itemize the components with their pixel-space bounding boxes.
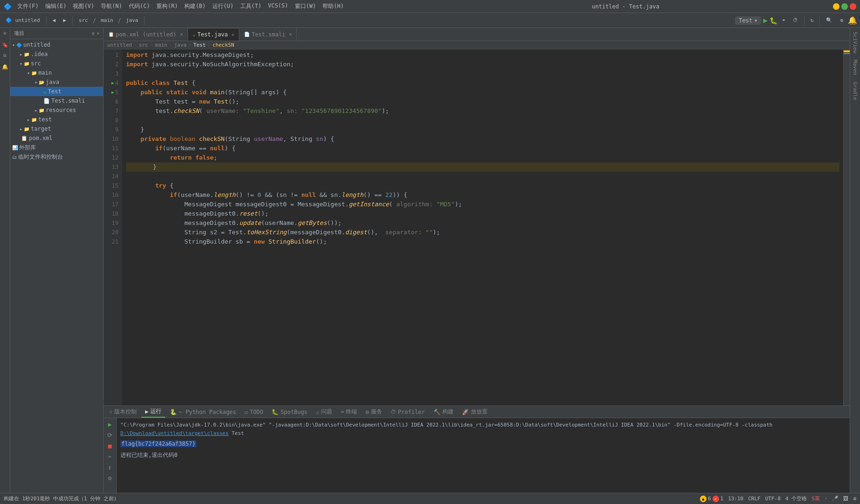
coverage-button[interactable]: ☂: [779, 16, 788, 24]
menu-code[interactable]: 代码(C): [126, 1, 153, 11]
line-col-indicator[interactable]: 13:10: [728, 496, 743, 502]
project-widget[interactable]: 🔷 untitled: [3, 16, 43, 24]
tree-item-resources[interactable]: ▸ 📁 resources: [10, 105, 103, 115]
breadcrumb-untitled[interactable]: untitled: [107, 42, 132, 48]
structure-btn[interactable]: ⊞: [1, 52, 9, 59]
breadcrumb-test[interactable]: Test: [193, 42, 206, 48]
sogou-input-icon[interactable]: S英: [811, 495, 820, 502]
tab-test-java[interactable]: ☕ Test.java ×: [188, 28, 239, 41]
project-panel: 项目 ⚙ × ▾ 🔷 untitled ▸ 📁 .idea ▾: [10, 28, 104, 493]
menu-bar[interactable]: 文件(F) 编辑(E) 视图(V) 导航(N) 代码(C) 重构(R) 构建(B…: [14, 1, 347, 11]
search-everywhere[interactable]: 🔍: [823, 16, 835, 24]
menu-file[interactable]: 文件(F): [14, 1, 42, 11]
tab-deploy[interactable]: 🚀 放放置: [458, 406, 491, 418]
menu-nav[interactable]: 导航(N): [98, 1, 125, 11]
screenshot-icon[interactable]: 🖼: [843, 496, 848, 502]
tab-smali-close[interactable]: ×: [289, 32, 292, 37]
tree-item-java-folder[interactable]: ▾ 📂 java: [10, 77, 103, 87]
breadcrumb-java[interactable]: java: [123, 16, 141, 24]
line-ending-indicator[interactable]: CRLF: [748, 496, 761, 502]
breadcrumb-src[interactable]: src: [76, 16, 91, 24]
run-close-btn[interactable]: ✂: [107, 452, 113, 461]
debug-button[interactable]: 🐛: [769, 17, 777, 24]
minimize-button[interactable]: —: [833, 3, 839, 10]
bookmark-btn[interactable]: 🔖: [1, 40, 9, 49]
breadcrumb-main[interactable]: main: [98, 16, 116, 24]
tree-item-target[interactable]: ▸ 📁 target: [10, 124, 103, 133]
panel-close-icon[interactable]: ×: [97, 31, 99, 36]
run-rerun-btn[interactable]: ⟳: [106, 431, 113, 440]
nav-back[interactable]: ◀: [50, 16, 59, 24]
tree-item-pom[interactable]: 📋 pom.xml: [10, 133, 103, 143]
menu-vcs[interactable]: VCS(S): [265, 1, 291, 11]
warnings-indicator[interactable]: ▲ 6 ✓ 1: [700, 496, 723, 502]
tab-python-packages[interactable]: 🐍 ~ Python Packages: [166, 406, 240, 418]
gradle-btn[interactable]: Gradle: [851, 80, 859, 102]
tab-pom-xml[interactable]: 📋 pom.xml (untitled) ×: [104, 28, 188, 41]
breadcrumb-main2[interactable]: main: [155, 42, 168, 48]
menu-edit[interactable]: 编辑(E): [42, 1, 70, 11]
run-scroll-btn[interactable]: ↕: [107, 463, 113, 472]
tree-item-main[interactable]: ▾ 📁 main: [10, 68, 103, 77]
tab-test-smali[interactable]: 📄 Test.smali ×: [239, 28, 297, 41]
indent-indicator[interactable]: 4 个空格: [785, 495, 807, 502]
nav-forward[interactable]: ▶: [60, 16, 69, 24]
tree-item-test-folder[interactable]: ▸ 📁 test: [10, 115, 103, 124]
update-button[interactable]: ↻: [808, 16, 817, 24]
microphone-icon[interactable]: 🎤: [832, 496, 839, 502]
menu-tools[interactable]: 工具(T): [238, 1, 265, 11]
menu-window[interactable]: 窗口(W): [292, 1, 319, 11]
window-controls[interactable]: — □ ×: [833, 3, 856, 10]
tree-item-test-smali[interactable]: 📄 Test.smali: [10, 96, 103, 105]
settings-icon-status[interactable]: ⚙: [853, 496, 856, 502]
sciview-btn[interactable]: SciView: [851, 30, 859, 55]
menu-run[interactable]: 运行(U): [210, 1, 237, 11]
tab-run[interactable]: ▶ 运行: [141, 406, 165, 418]
project-view-btn[interactable]: ≡: [1, 30, 9, 37]
breadcrumb-java2[interactable]: java: [174, 42, 187, 48]
notification-icon[interactable]: 🔔: [848, 16, 857, 25]
tab-terminal[interactable]: ⌨ 终端: [337, 406, 361, 418]
tab-todo[interactable]: ☑ TODO: [241, 406, 267, 418]
tree-item-idea[interactable]: ▸ 📁 .idea: [10, 49, 103, 59]
run-restart-btn[interactable]: ▶: [107, 420, 113, 429]
menu-refactor[interactable]: 重构(R): [154, 1, 181, 11]
tree-item-external-libs[interactable]: 📊 外部库: [10, 143, 103, 152]
tab-build[interactable]: 🔨 构建: [430, 406, 457, 418]
java-file-icon: ☕: [43, 89, 47, 95]
settings-button[interactable]: ⚙: [837, 16, 846, 24]
tab-services[interactable]: ⚙ 服务: [362, 406, 385, 418]
run-button[interactable]: ▶: [763, 16, 768, 25]
run-settings-btn[interactable]: ⚙: [107, 474, 113, 483]
tab-profiler[interactable]: ⏱ Profiler: [387, 406, 429, 418]
build-status[interactable]: 构建在 1秒201毫秒 中成功完成（1 分钟 之前): [4, 495, 117, 502]
run-stop-btn[interactable]: ■: [107, 441, 113, 450]
right-side-panel: SciView Maven Gradle: [850, 28, 860, 493]
close-button[interactable]: ×: [850, 3, 856, 10]
tree-item-root[interactable]: ▾ 🔷 untitled: [10, 40, 103, 49]
tab-problems[interactable]: ⚠ 问题: [312, 406, 336, 418]
code-editor[interactable]: import java.security.MessageDigest; impo…: [122, 49, 843, 406]
panel-settings-icon[interactable]: ⚙: [92, 31, 95, 36]
classpath-link[interactable]: D:\Download\untitled\target\classes: [120, 430, 229, 436]
tab-spotbugs[interactable]: 🐛 SpotBugs: [268, 406, 311, 418]
tab-version-control[interactable]: ⑂ 版本控制: [105, 406, 140, 418]
profile-button[interactable]: ⏱: [790, 16, 801, 24]
maven-btn[interactable]: Maven: [851, 58, 859, 77]
breadcrumb-src2[interactable]: src: [139, 42, 148, 48]
maximize-button[interactable]: □: [841, 3, 848, 10]
menu-build[interactable]: 构建(B): [182, 1, 209, 11]
run-config-dropdown-icon[interactable]: ▾: [754, 17, 757, 24]
tab-pom-close[interactable]: ×: [180, 32, 183, 37]
breadcrumb-checkSN[interactable]: checkSN: [212, 42, 234, 48]
encoding-indicator[interactable]: UTF-8: [765, 496, 781, 502]
tree-item-src[interactable]: ▾ 📁 src: [10, 59, 103, 68]
notifications-btn[interactable]: 🔔: [1, 62, 9, 71]
run-config-selector[interactable]: Test ▾: [735, 16, 761, 25]
tab-test-close[interactable]: ×: [231, 32, 234, 37]
tree-item-scratch[interactable]: 🗂 临时文件和控制台: [10, 152, 103, 161]
input-switch[interactable]: ·: [825, 496, 828, 502]
menu-view[interactable]: 视图(V): [70, 1, 97, 11]
menu-help[interactable]: 帮助(H): [320, 1, 347, 11]
tree-item-test-java[interactable]: ☕ Test: [10, 87, 103, 96]
